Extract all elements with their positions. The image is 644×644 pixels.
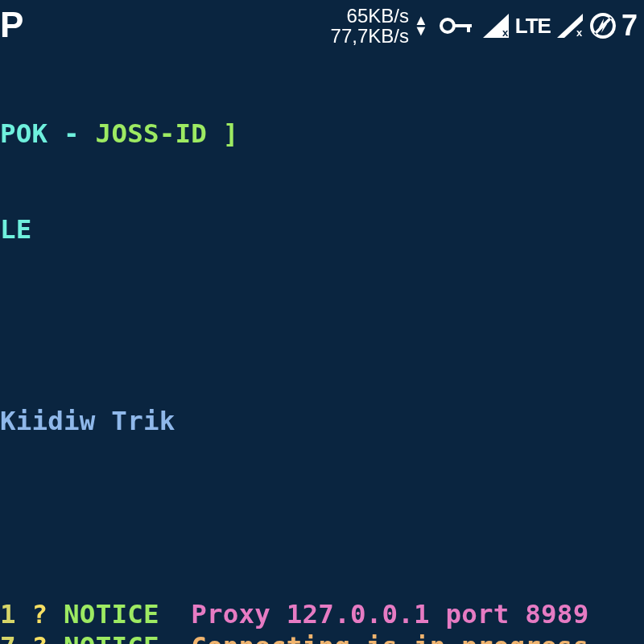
svg-text:x: x [502, 27, 509, 38]
log-level: NOTICE [64, 631, 191, 644]
author-line: Kiidiw Trik [0, 406, 644, 438]
blank-line [0, 502, 644, 534]
network-speed: 65KB/s 77,7KB/s [331, 6, 409, 46]
speed-arrows-icon: ▲▼ [414, 15, 428, 35]
svg-rect-2 [467, 24, 470, 32]
svg-point-0 [441, 19, 454, 32]
log-line: 1 ? NOTICE Proxy 127.0.0.1 port 8989 [0, 598, 644, 630]
log-q: ? [32, 631, 64, 644]
signal-icon-1: x [483, 14, 509, 38]
log-level: NOTICE [64, 599, 191, 630]
status-bar: P 65KB/s 77,7KB/s ▲▼ x LTE x [0, 0, 644, 52]
header-line-1: POK - JOSS-ID ] [0, 118, 644, 151]
log-num: 1 [0, 599, 32, 630]
svg-text:x: x [576, 27, 583, 38]
no-charge-icon [589, 12, 617, 39]
header-line-2: LE [0, 214, 644, 246]
log-lines: 1 ? NOTICE Proxy 127.0.0.1 port 89897 ? … [0, 598, 644, 644]
vpn-key-icon [440, 16, 475, 35]
log-q: ? [32, 599, 64, 630]
log-line: 7 ? NOTICE Connecting is in progress [0, 630, 644, 644]
signal-icon-2: x [557, 14, 583, 38]
app-logo: P [0, 5, 22, 45]
lte-label: LTE [515, 14, 551, 39]
blank-line [0, 310, 644, 342]
terminal-output: POK - JOSS-ID ] LE Kiidiw Trik 1 ? NOTIC… [0, 52, 644, 644]
battery-percent-partial: 7 [621, 9, 638, 43]
speed-down: 77,7KB/s [331, 26, 409, 46]
log-message: Proxy 127.0.0.1 port 8989 [191, 599, 588, 630]
log-message: Connecting is in progress [191, 631, 588, 644]
log-num: 7 [0, 631, 32, 644]
speed-up: 65KB/s [347, 6, 409, 26]
